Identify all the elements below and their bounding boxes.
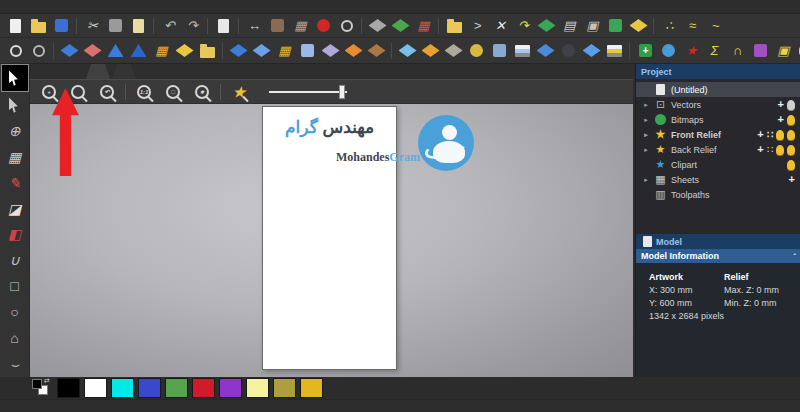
grid-icon[interactable] (767, 145, 773, 155)
vector-doctor-button[interactable]: > (466, 16, 489, 36)
red-ribbon-button[interactable] (81, 41, 104, 61)
expand-arrow-icon[interactable]: ▸ (642, 101, 650, 109)
small-ball-button[interactable] (465, 41, 488, 61)
swap-colors-icon[interactable]: ⇄ (44, 377, 50, 385)
angel-diamond-button[interactable] (396, 41, 419, 61)
undo-button[interactable]: ↶ (158, 16, 181, 36)
render-lamp-button[interactable] (312, 16, 335, 36)
tab-2d-view[interactable] (86, 64, 110, 79)
swatch-grid-button[interactable]: ▦ (289, 16, 312, 36)
star-circle-button[interactable] (557, 41, 580, 61)
bulb-icon[interactable] (776, 145, 784, 155)
scatter-dots-button[interactable]: ∴ (658, 16, 681, 36)
relief-layers-button[interactable] (603, 41, 626, 61)
spin-relief-button[interactable]: ∩ (726, 41, 749, 61)
preview-ring-button[interactable] (335, 16, 358, 36)
tree-vectors[interactable]: ▸ Vectors (636, 97, 800, 112)
plus-icon[interactable] (789, 174, 795, 185)
half-diamond-button[interactable] (250, 41, 273, 61)
plus-icon[interactable] (778, 114, 784, 125)
zoom-1to1-button[interactable]: 1:1 (133, 82, 155, 102)
key-diamond-button[interactable] (366, 16, 389, 36)
plus-icon[interactable] (778, 99, 784, 110)
blue-chips-button[interactable] (488, 41, 511, 61)
ring-plane-button[interactable] (319, 41, 342, 61)
tree-sheets[interactable]: ▸ Sheets (636, 172, 800, 187)
zoom-objects-button[interactable]: ★ (228, 82, 250, 102)
primary-color-swatch[interactable] (32, 379, 42, 389)
copy-button[interactable] (104, 16, 127, 36)
swatch-red[interactable] (192, 378, 215, 398)
grid-icon[interactable] (767, 130, 773, 140)
bulb-icon[interactable] (776, 130, 784, 140)
lock-diamond-button[interactable] (442, 41, 465, 61)
swatch-purple[interactable] (219, 378, 242, 398)
bulb-icon[interactable] (787, 130, 795, 140)
tree-front-relief[interactable]: ▸ Front Relief (636, 127, 800, 142)
select-tool[interactable] (2, 65, 28, 91)
freeform-tool[interactable]: ∪ (2, 247, 28, 273)
blue-diamond-button[interactable] (227, 41, 250, 61)
swatch-pale-yellow[interactable] (246, 378, 269, 398)
weave-wizard-button[interactable]: ▦ (150, 41, 173, 61)
swatch-blue[interactable] (138, 378, 161, 398)
erase-tool[interactable]: ◪ (2, 196, 28, 222)
tree-root[interactable]: (Untitled) (636, 82, 800, 97)
transform-tool[interactable]: ⊕ (2, 118, 28, 144)
canvas-page[interactable] (262, 106, 397, 370)
swatch-olive[interactable] (273, 378, 296, 398)
green-ring-diamond-button[interactable] (389, 16, 412, 36)
expand-arrow-icon[interactable]: ▸ (642, 131, 650, 139)
maze-button[interactable]: ▣ (581, 16, 604, 36)
clipart-library-button[interactable] (443, 16, 466, 36)
rope-diamond-button[interactable] (365, 41, 388, 61)
green-cards-button[interactable] (604, 16, 627, 36)
node-editing-tool[interactable] (2, 92, 28, 118)
notes-button[interactable] (212, 16, 235, 36)
color-blocks-button[interactable]: ▦ (412, 16, 435, 36)
expand-arrow-icon[interactable]: ▸ (642, 116, 650, 124)
swatch-black[interactable] (57, 378, 80, 398)
cut-button[interactable]: ✂ (81, 16, 104, 36)
nesting-button[interactable] (535, 16, 558, 36)
zoom-rect-button[interactable] (4, 41, 27, 61)
new-model-button[interactable] (4, 16, 27, 36)
swatch-green[interactable] (165, 378, 188, 398)
orange-ball-button[interactable] (342, 41, 365, 61)
rectangle-tool[interactable]: □ (2, 273, 28, 299)
bulb-icon[interactable] (787, 100, 795, 110)
smooth-relief-button[interactable] (58, 41, 81, 61)
tree-back-relief[interactable]: ▸ Back Relief (636, 142, 800, 157)
measure-tool[interactable]: ▦ (2, 144, 28, 170)
dots-rows-button[interactable]: ≈ (681, 16, 704, 36)
pyramid-button[interactable] (104, 41, 127, 61)
polyline-dots-button[interactable]: ~ (704, 16, 727, 36)
zoom-drawing-button[interactable]: ∗ (191, 82, 213, 102)
expand-arrow-icon[interactable]: ▸ (642, 146, 650, 154)
tab-3d-view[interactable] (112, 64, 136, 79)
weave-button[interactable]: ▦ (273, 41, 296, 61)
tree-clipart[interactable]: Clipart (636, 157, 800, 172)
save-model-button[interactable] (50, 16, 73, 36)
swatch-white[interactable] (84, 378, 107, 398)
add-relief-button[interactable]: + (634, 41, 657, 61)
swatch-gold[interactable] (300, 378, 323, 398)
zoom-previous-button[interactable]: ↶ (96, 82, 118, 102)
bulb-icon[interactable] (787, 145, 795, 155)
bulb-icon[interactable] (787, 115, 795, 125)
boolean-merge-button[interactable]: ▣ (772, 41, 795, 61)
trim-vectors-button[interactable]: ✕ (489, 16, 512, 36)
open-model-button[interactable] (27, 16, 50, 36)
sheets-stack-button[interactable] (511, 41, 534, 61)
model-information-header[interactable]: Model Information ˆ (636, 249, 800, 263)
tree-toolpaths[interactable]: Toolpaths (636, 187, 800, 202)
notes-panel-button[interactable] (266, 16, 289, 36)
zoom-slider-handle[interactable] (339, 85, 345, 99)
set-model-size-button[interactable]: ↔ (243, 16, 266, 36)
zoom-slider[interactable] (269, 85, 349, 99)
sphere-view-button[interactable] (27, 41, 50, 61)
circle-tool[interactable]: ○ (2, 299, 28, 325)
sweep-profile-button[interactable]: Σ (703, 41, 726, 61)
polygon-tool[interactable]: ⌂ (2, 325, 28, 351)
dish-button[interactable] (795, 41, 800, 61)
